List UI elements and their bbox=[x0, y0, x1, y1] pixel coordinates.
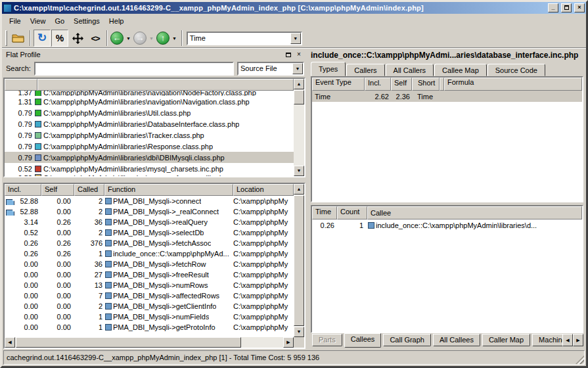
column-header-blank[interactable] bbox=[440, 78, 444, 91]
resize-grip[interactable] bbox=[576, 356, 584, 364]
column-header-incl[interactable]: Incl. bbox=[365, 78, 391, 91]
function-row[interactable]: 0.520.002PMA_DBI_Mysqli->selectDbC:\xamp… bbox=[5, 227, 294, 238]
function-row[interactable]: 0.260.261include_once::C:\xampp\phpMyAd.… bbox=[5, 248, 294, 259]
maximize-button[interactable] bbox=[561, 3, 572, 12]
event-type-combobox[interactable]: Time ▼ bbox=[187, 32, 302, 45]
tab-call-graph[interactable]: Call Graph bbox=[383, 334, 431, 346]
column-header-time[interactable]: Time bbox=[312, 206, 337, 219]
column-header-self[interactable]: Self bbox=[391, 78, 412, 91]
tab-all-callees[interactable]: All Callees bbox=[433, 334, 480, 346]
scroll-down-icon[interactable]: ▼ bbox=[294, 327, 304, 337]
column-header-formula[interactable]: Formula bbox=[444, 78, 582, 91]
expand-cost-button[interactable] bbox=[69, 30, 86, 47]
function-name: PMA_DBI_Mysqli->selectDb bbox=[113, 229, 204, 237]
function-row[interactable]: 0.000.002PMA_DBI_Mysqli->getClientInfoC:… bbox=[5, 301, 294, 311]
file-row[interactable]: 0.52C:\xampp\phpMyAdmin\libraries\mysql_… bbox=[5, 163, 294, 174]
column-header-self[interactable] bbox=[5, 79, 37, 91]
back-button[interactable]: ← bbox=[110, 32, 124, 45]
function-row[interactable]: 52.880.002PMA_DBI_Mysqli->_realConnectC:… bbox=[5, 206, 294, 217]
file-list-scrollbar[interactable]: ▲ ▼ bbox=[294, 79, 304, 176]
column-header-self[interactable]: Self bbox=[41, 184, 74, 196]
file-row[interactable]: 0.79C:\xampp\phpMyAdmin\libraries\Util.c… bbox=[5, 107, 294, 118]
function-row[interactable]: 0.000.001PMA_DBI_Mysqli->numFieldsC:\xam… bbox=[5, 311, 294, 322]
file-row[interactable]: 0.79C:\xampp\phpMyAdmin\libraries\Respon… bbox=[5, 141, 294, 152]
forward-dropdown[interactable]: ▼ bbox=[147, 36, 156, 41]
file-row[interactable]: 0.79C:\xampp\phpMyAdmin\libraries\dbi\DB… bbox=[5, 152, 294, 163]
column-header-count[interactable]: Count bbox=[337, 206, 367, 219]
up-dropdown[interactable]: ▼ bbox=[170, 36, 179, 41]
function-row[interactable]: 0.000.0013PMA_DBI_Mysqli->numRowsC:\xamp… bbox=[5, 280, 294, 290]
column-header-short[interactable]: Short bbox=[412, 78, 440, 91]
file-row[interactable]: 0.52C:\xampp\phpMyAdmin\libraries\user_p… bbox=[5, 174, 294, 176]
search-input[interactable] bbox=[34, 62, 234, 76]
up-button[interactable]: ↑ bbox=[156, 32, 170, 45]
tab-callee-map[interactable]: Callee Map bbox=[434, 64, 487, 76]
function-table-vscrollbar[interactable]: ▲ ▼ bbox=[294, 184, 304, 337]
column-header-eventtype[interactable]: Event Type bbox=[312, 78, 365, 91]
function-name: PMA_DBI_Mysqli->realQuery bbox=[113, 218, 208, 226]
function-row[interactable]: 0.260.26376PMA_DBI_Mysqli->fetchAssocC:\… bbox=[5, 238, 294, 248]
group-by-combobox[interactable]: Source File ▼ bbox=[237, 62, 304, 76]
tab-callers[interactable]: Callers bbox=[346, 64, 384, 76]
tab-caller-map[interactable]: Caller Map bbox=[482, 334, 530, 346]
scroll-up-icon[interactable]: ▲ bbox=[294, 184, 304, 195]
combo-dropdown-icon[interactable]: ▼ bbox=[290, 33, 301, 44]
tab-all-callers[interactable]: All Callers bbox=[386, 64, 434, 76]
function-row[interactable]: 52.880.002PMA_DBI_Mysqli->connectC:\xamp… bbox=[5, 196, 294, 206]
function-row[interactable]: 3.140.2636PMA_DBI_Mysqli->realQueryC:\xa… bbox=[5, 217, 294, 227]
column-header-callee[interactable]: Callee bbox=[367, 206, 582, 219]
scroll-right-icon[interactable]: ▶ bbox=[283, 337, 294, 348]
file-row[interactable]: 1.31C:\xampp\phpMyAdmin\libraries\naviga… bbox=[5, 96, 294, 107]
location: C:\xampp\phpMy bbox=[233, 218, 294, 226]
tab-source-code[interactable]: Source Code bbox=[487, 64, 545, 76]
close-button[interactable]: × bbox=[574, 3, 585, 12]
up-icon: ↑ bbox=[161, 32, 166, 44]
combo-dropdown-icon[interactable]: ▼ bbox=[292, 63, 303, 74]
column-header-called[interactable]: Called bbox=[74, 184, 104, 196]
menu-go[interactable]: Go bbox=[50, 16, 69, 26]
menu-file[interactable]: File bbox=[5, 16, 26, 26]
self-cost: 0.00 bbox=[41, 197, 74, 205]
function-row[interactable]: 0.000.0036PMA_DBI_Mysqli->fetchRowC:\xam… bbox=[5, 259, 294, 269]
callee-row[interactable]: 0.261include_once::C:\xampp\phpMyAdmin\l… bbox=[312, 219, 582, 231]
scrollbar-thumb[interactable] bbox=[294, 90, 304, 104]
toolbar-handle[interactable] bbox=[5, 30, 7, 46]
tab-callees[interactable]: Callees bbox=[344, 333, 382, 348]
scroll-left-icon[interactable]: ◀ bbox=[5, 337, 15, 348]
function-cell: PMA_DBI_Mysqli->selectDb bbox=[104, 229, 233, 237]
self-cost: 1.37 bbox=[5, 91, 32, 96]
function-row[interactable]: 0.000.007PMA_DBI_Mysqli->affectedRowsC:\… bbox=[5, 290, 294, 301]
tab-machine[interactable]: Machine bbox=[532, 334, 566, 346]
scroll-down-icon[interactable]: ▼ bbox=[294, 166, 304, 176]
function-row[interactable]: 0.000.0027PMA_DBI_Mysqli->freeResultC:\x… bbox=[5, 269, 294, 280]
column-header-location[interactable]: Location bbox=[233, 184, 294, 196]
open-file-button[interactable] bbox=[10, 30, 27, 47]
back-dropdown[interactable]: ▼ bbox=[124, 36, 133, 41]
tab-types[interactable]: Types bbox=[311, 62, 346, 76]
column-header-incl[interactable]: Incl. bbox=[5, 184, 41, 196]
horizontal-splitter[interactable] bbox=[3, 177, 305, 183]
menu-help[interactable]: Help bbox=[104, 16, 129, 26]
file-row[interactable]: 0.79C:\xampp\phpMyAdmin\libraries\Tracke… bbox=[5, 129, 294, 141]
relative-cost-button[interactable]: <> bbox=[87, 30, 104, 47]
event-type-row[interactable]: Time2.622.36Time bbox=[312, 91, 582, 102]
tab-scroll-left-icon[interactable]: ◀ bbox=[562, 334, 573, 346]
cycle-detection-button[interactable]: ↻ bbox=[34, 30, 51, 47]
function-row[interactable]: 0.000.001PMA_DBI_Mysqli->getProtoInfoC:\… bbox=[5, 322, 294, 333]
percentage-button[interactable]: % bbox=[51, 30, 68, 47]
file-row[interactable]: 0.79C:\xampp\phpMyAdmin\libraries\Databa… bbox=[5, 118, 294, 129]
dock-close-button[interactable]: × bbox=[295, 51, 303, 58]
minimize-button[interactable]: _ bbox=[548, 3, 558, 12]
menu-view[interactable]: View bbox=[26, 16, 51, 26]
tab-scroll-right-icon[interactable]: ▶ bbox=[573, 334, 583, 346]
file-row[interactable]: 1.37C:\xampp\phpMyAdmin\libraries\naviga… bbox=[5, 91, 294, 96]
forward-button[interactable]: → bbox=[133, 32, 147, 45]
menu-settings[interactable]: Settings bbox=[69, 16, 104, 26]
function-table-hscrollbar[interactable]: ◀ ▶ bbox=[5, 337, 294, 348]
column-header-function[interactable]: Function bbox=[104, 184, 233, 196]
scrollbar-thumb[interactable] bbox=[16, 337, 241, 348]
scrollbar-thumb[interactable] bbox=[294, 195, 304, 326]
dock-float-button[interactable] bbox=[284, 51, 292, 58]
scroll-up-icon[interactable]: ▲ bbox=[294, 79, 304, 89]
column-header-source-file[interactable] bbox=[37, 79, 294, 91]
